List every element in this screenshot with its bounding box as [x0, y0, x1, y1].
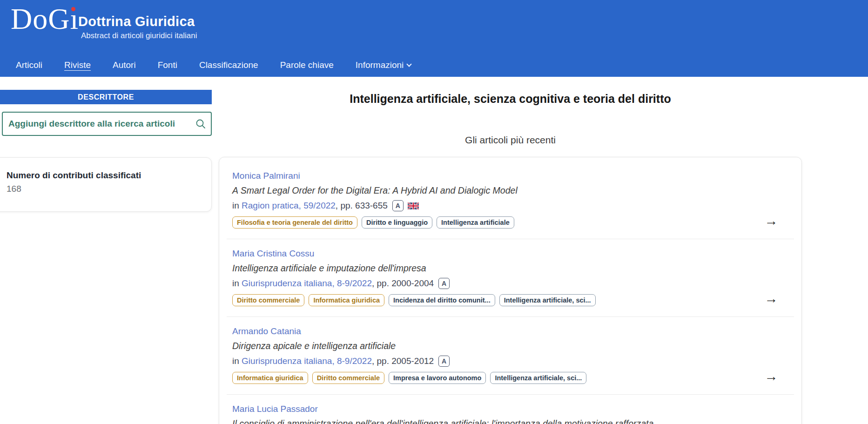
- dogi-logo-text: DoGı: [11, 3, 79, 35]
- article-reference: in Ragion pratica, 59/2022 , pp. 633-655…: [232, 200, 755, 211]
- classified-count-card: Numero di contributi classificati 168: [0, 157, 212, 212]
- descriptor-search-box: [2, 112, 212, 136]
- nav-item-classificazione[interactable]: Classificazione: [199, 60, 258, 70]
- nav-item-fonti[interactable]: Fonti: [158, 60, 177, 70]
- subject-tag[interactable]: Diritto commerciale: [232, 294, 304, 306]
- ref-prefix: in: [232, 201, 242, 211]
- header: DoGı Dottrina Giuridica Abstract di arti…: [0, 0, 868, 77]
- journal-link[interactable]: Ragion pratica, 59/2022: [242, 201, 336, 211]
- nav-item-riviste[interactable]: Riviste: [64, 60, 91, 70]
- nav: ArticoliRivisteAutoriFontiClassificazion…: [16, 60, 411, 70]
- arrow-cell: →: [755, 370, 787, 384]
- ref-pages: , pp. 2000-2004: [372, 278, 434, 289]
- articles-list: Monica Palmirani A Smart Legal Order for…: [221, 160, 800, 424]
- subject-tag[interactable]: Diritto commerciale: [312, 372, 384, 384]
- article-row: Maria Cristina Cossu Intelligenza artifi…: [227, 239, 794, 317]
- subject-tag[interactable]: Diritto e linguaggio: [362, 216, 432, 229]
- article-main: Maria Lucia Passador Il consiglio di amm…: [232, 404, 755, 424]
- descriptor-search-input[interactable]: [3, 119, 190, 129]
- article-main: Maria Cristina Cossu Intelligenza artifi…: [232, 249, 755, 306]
- article-main: Monica Palmirani A Smart Legal Order for…: [232, 171, 755, 229]
- article-row: Maria Lucia Passador Il consiglio di amm…: [227, 395, 794, 424]
- dogi-logo[interactable]: DoGı: [11, 3, 79, 35]
- article-author[interactable]: Monica Palmirani: [232, 171, 300, 181]
- chevron-down-icon: [407, 61, 412, 67]
- tags: Filosofia e teoria generale del dirittoD…: [232, 216, 755, 229]
- article-author[interactable]: Armando Catania: [232, 326, 301, 337]
- article-reference: in Giurisprudenza italiana, 8-9/2022 , p…: [232, 356, 755, 367]
- nav-item-autori[interactable]: Autori: [113, 60, 136, 70]
- open-article-arrow-icon[interactable]: →: [765, 292, 778, 305]
- arrow-cell: →: [755, 214, 787, 229]
- subject-tag[interactable]: Impresa e lavoro autonomo: [389, 372, 486, 384]
- ref-prefix: in: [232, 356, 242, 366]
- abstract-badge: A: [438, 278, 450, 289]
- subject-tag[interactable]: Filosofia e teoria generale del diritto: [232, 216, 357, 229]
- ref-pages: , pp. 633-655: [336, 201, 388, 211]
- ref-pages: , pp. 2005-2012: [372, 356, 434, 366]
- abstract-badge: A: [392, 200, 404, 211]
- article-title: Intelligenza artificiale e imputazione d…: [232, 263, 755, 274]
- open-article-arrow-icon[interactable]: →: [765, 214, 778, 228]
- descriptor-header: DESCRITTORE: [0, 90, 212, 104]
- subject-tag[interactable]: Informatica giuridica: [309, 294, 384, 306]
- section-title: Gli articoli più recenti: [219, 135, 802, 146]
- brand-title: Dottrina Giuridica: [78, 14, 197, 29]
- article-author[interactable]: Maria Cristina Cossu: [232, 249, 314, 259]
- article-reference: in Giurisprudenza italiana, 8-9/2022 , p…: [232, 278, 755, 289]
- subject-tag[interactable]: Intelligenza artificiale, sci...: [499, 294, 596, 306]
- abstract-badge: A: [438, 356, 450, 367]
- brand-text: Dottrina Giuridica Abstract di articoli …: [78, 14, 197, 40]
- brand-subtitle: Abstract di articoli giuridici italiani: [81, 31, 197, 40]
- count-label: Numero di contributi classificati: [7, 170, 202, 181]
- uk-flag-icon: [408, 202, 419, 209]
- journal-link[interactable]: Giurisprudenza italiana, 8-9/2022: [242, 278, 372, 289]
- nav-item-parole-chiave[interactable]: Parole chiave: [280, 60, 334, 70]
- ref-prefix: in: [232, 278, 242, 289]
- nav-item-articoli[interactable]: Articoli: [16, 60, 42, 70]
- subject-tag[interactable]: Intelligenza artificiale: [437, 216, 514, 229]
- article-row: Armando Catania Dirigenza apicale e inte…: [227, 317, 794, 395]
- search-button[interactable]: [190, 113, 211, 135]
- search-icon: [195, 118, 206, 129]
- count-value: 168: [7, 184, 202, 194]
- open-article-arrow-icon[interactable]: →: [765, 370, 778, 383]
- subject-tag[interactable]: Informatica giuridica: [232, 372, 308, 384]
- article-main: Armando Catania Dirigenza apicale e inte…: [232, 326, 755, 384]
- article-author[interactable]: Maria Lucia Passador: [232, 404, 318, 414]
- journal-link[interactable]: Giurisprudenza italiana, 8-9/2022: [242, 356, 372, 366]
- tags: Informatica giuridicaDiritto commerciale…: [232, 372, 755, 384]
- arrow-cell: →: [755, 292, 787, 306]
- article-title: Il consiglio di amministrazione nell'era…: [232, 418, 755, 424]
- articles-card: Monica Palmirani A Smart Legal Order for…: [219, 157, 802, 424]
- tags: Diritto commercialeInformatica giuridica…: [232, 294, 755, 306]
- page-title: Intelligenza artificiale, scienza cognit…: [219, 92, 802, 106]
- article-title: Dirigenza apicale e intelligenza artific…: [232, 341, 755, 351]
- nav-item-informazioni[interactable]: Informazioni: [356, 60, 411, 70]
- subject-tag[interactable]: Incidenza del diritto comunit...: [389, 294, 495, 306]
- article-title: A Smart Legal Order for the Digital Era:…: [232, 185, 755, 196]
- article-row: Monica Palmirani A Smart Legal Order for…: [227, 160, 794, 239]
- subject-tag[interactable]: Intelligenza artificiale, sci...: [490, 372, 586, 384]
